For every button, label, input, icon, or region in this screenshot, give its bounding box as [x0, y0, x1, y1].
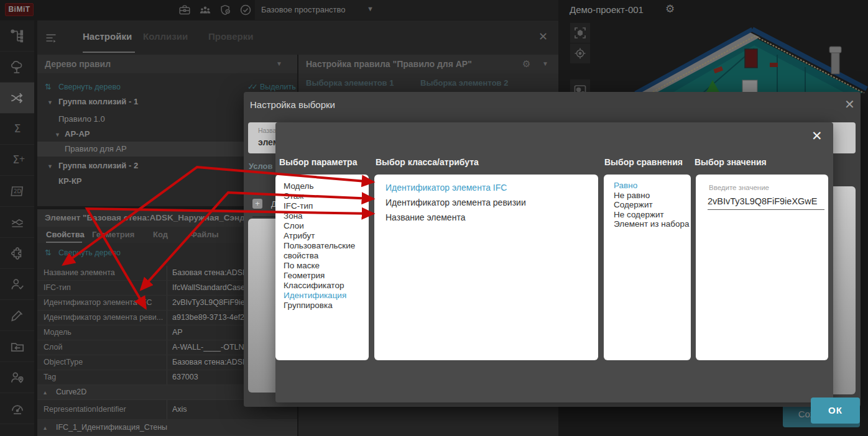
attribute-option-selected[interactable]: Идентификатор элемента IFC: [386, 180, 598, 195]
parameter-column-title: Выбор параметра: [279, 157, 357, 167]
parameter-option[interactable]: Зона: [284, 211, 369, 221]
attribute-column-title: Выбор класса/атрибута: [376, 157, 479, 167]
app-window: BiMiT Базовое пространство ▼ Демо-проект…: [0, 0, 868, 436]
name-input-label: Назва: [258, 127, 276, 134]
parameter-option[interactable]: Геометрия: [284, 271, 369, 281]
modal-close-icon[interactable]: ✕: [844, 97, 855, 112]
attribute-option[interactable]: Идентификатор элемента ревизии: [386, 195, 598, 210]
parameter-option[interactable]: По маске: [284, 261, 369, 271]
condition-editor-overlay: ✕ Выбор параметра Выбор класса/атрибута …: [275, 122, 833, 402]
ok-button[interactable]: ОК: [811, 397, 860, 424]
comparison-option[interactable]: Не равно: [614, 191, 691, 201]
parameter-option[interactable]: Классификатор: [284, 281, 369, 291]
value-input[interactable]: 2vBIvTy3L9Q8FiF9ieXGwE: [708, 196, 818, 206]
value-input-underline: [708, 209, 824, 210]
parameter-option[interactable]: Модель: [284, 181, 369, 191]
parameter-option[interactable]: Слои: [284, 221, 369, 231]
parameter-option-selected[interactable]: Идентификация: [284, 291, 369, 301]
attribute-option[interactable]: Название элемента: [386, 210, 598, 225]
parameter-option[interactable]: Пользовательские свойства: [284, 241, 369, 261]
overlay-close-icon[interactable]: ✕: [811, 129, 823, 143]
parameter-option[interactable]: IFC-тип: [284, 201, 369, 211]
parameter-option[interactable]: Этаж: [284, 191, 369, 201]
value-column-title: Выбор значения: [695, 157, 767, 167]
parameter-list: Модель Этаж IFC-тип Зона Слои Атрибут По…: [275, 175, 369, 360]
modal-title: Настройка выборки: [250, 99, 335, 110]
condition-card-right: [831, 186, 856, 394]
comparison-option[interactable]: Элемент из набора: [614, 219, 691, 229]
parameter-option[interactable]: Группировка: [284, 301, 369, 311]
conditions-label: Услов: [249, 161, 273, 171]
value-input-label: Введите значение: [709, 184, 769, 191]
selection-settings-modal: Настройка выборки ✕ Назва элем Услов + Д…: [244, 92, 861, 407]
add-condition-button[interactable]: +: [252, 199, 262, 209]
comparison-option-selected[interactable]: Равно: [614, 181, 691, 191]
attribute-list: Идентификатор элемента IFC Идентификатор…: [374, 175, 598, 360]
comparison-option[interactable]: Содержит: [614, 200, 691, 210]
comparison-option[interactable]: Не содержит: [614, 210, 691, 220]
comparison-list: Равно Не равно Содержит Не содержит Элем…: [604, 175, 691, 360]
comparison-column-title: Выбор сравнения: [604, 157, 683, 167]
parameter-option[interactable]: Атрибут: [284, 231, 369, 241]
value-box: Введите значение 2vBIvTy3L9Q8FiF9ieXGwE: [696, 175, 828, 360]
